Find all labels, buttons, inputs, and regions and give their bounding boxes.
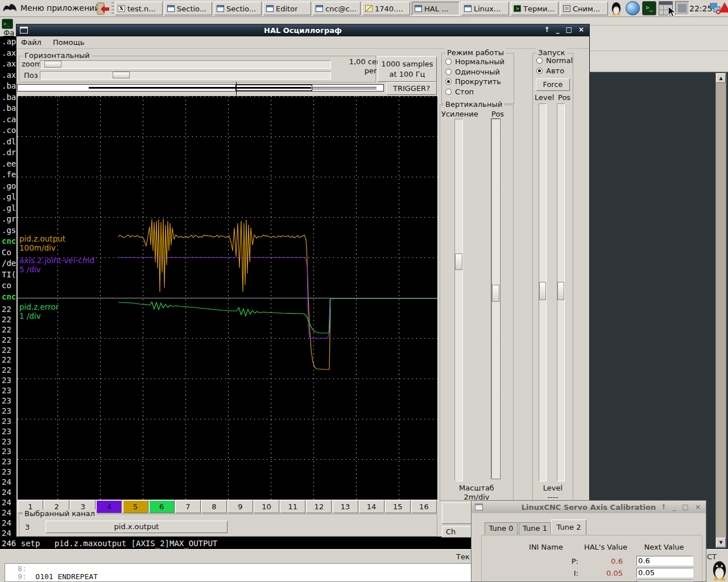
scope-display[interactable]: pid.z.output100m/divaxis.2.joint-vel-cmd… bbox=[18, 96, 437, 500]
trigger-button[interactable]: TRIGGER? bbox=[386, 82, 437, 95]
warning-icon[interactable] bbox=[719, 2, 728, 13]
selected-channel-source-button[interactable]: pid.x.output bbox=[46, 521, 228, 533]
menu-file[interactable]: Файл bbox=[16, 36, 46, 48]
radio-option[interactable]: Одиночный bbox=[445, 67, 500, 77]
panel-grip[interactable] bbox=[111, 2, 114, 15]
taskbar-window-button[interactable]: Sectio... bbox=[164, 2, 212, 15]
terminal-line-number: 24 bbox=[0, 498, 11, 508]
gain-slider-handle[interactable] bbox=[455, 253, 462, 270]
calibration-titlebar[interactable]: LinuxCNC Servo Axis Calibration ↑ _ □ × bbox=[471, 501, 706, 513]
vertical-group-label: Вертикальный bbox=[444, 100, 504, 109]
taskbar-window-button[interactable]: cnc@c... bbox=[313, 2, 361, 15]
taskbar-window-button[interactable]: test.n... bbox=[115, 2, 163, 15]
zoom-slider[interactable] bbox=[40, 60, 331, 69]
maximize-icon[interactable]: □ bbox=[682, 503, 689, 511]
window-icon bbox=[316, 5, 323, 12]
taskbar-window-button[interactable]: Linux... bbox=[461, 2, 509, 15]
horizontal-pos-slider[interactable] bbox=[40, 71, 331, 80]
channel-button-7[interactable]: 7 bbox=[175, 500, 201, 513]
radio-label: Стоп bbox=[455, 88, 474, 96]
taskbar-window-button[interactable]: HAL ... bbox=[412, 2, 460, 15]
force-button[interactable]: Force bbox=[536, 78, 570, 91]
taskbar-window-button[interactable]: Терми... bbox=[511, 2, 559, 15]
trigger-level-slider-handle[interactable] bbox=[539, 282, 546, 300]
channel-button-6[interactable]: 6 bbox=[149, 500, 175, 513]
scope-titlebar[interactable]: HAL Осциллограф ↑ _ □ × bbox=[16, 24, 589, 36]
window-icon bbox=[266, 5, 274, 12]
channel-button-4[interactable]: 4 bbox=[96, 500, 122, 513]
samples-button[interactable]: 1000 samples at 100 Гц bbox=[378, 56, 437, 82]
shade-icon[interactable]: ↑ bbox=[661, 503, 667, 511]
next-value-input[interactable] bbox=[636, 556, 693, 566]
run-group: Запуск NormalАвто Force Level Pos Level … bbox=[532, 53, 573, 501]
close-icon[interactable]: × bbox=[578, 26, 584, 34]
screen-tray-icon[interactable] bbox=[675, 1, 689, 15]
close-icon[interactable]: × bbox=[695, 503, 701, 511]
trigger-pos-slider[interactable] bbox=[557, 103, 565, 481]
channel-button-9[interactable]: 9 bbox=[228, 500, 253, 513]
trigger-position-marker[interactable] bbox=[236, 82, 237, 95]
vertical-pos-slider[interactable] bbox=[491, 119, 500, 479]
channel-button-14[interactable]: 14 bbox=[359, 500, 384, 513]
tux-desktop-icon[interactable] bbox=[712, 559, 727, 581]
channel-button-12[interactable]: 12 bbox=[306, 500, 332, 513]
radio-icon bbox=[536, 68, 543, 74]
next-value-input[interactable] bbox=[636, 568, 693, 577]
radio-option[interactable]: Normal bbox=[536, 56, 573, 65]
vertical-pos-slider-handle[interactable] bbox=[492, 285, 499, 302]
terminal-tray-icon[interactable]: >_ bbox=[642, 1, 656, 15]
terminal-line-number: 22 bbox=[0, 325, 11, 335]
menu-help[interactable]: Помощь bbox=[48, 36, 89, 48]
applications-menu[interactable]: Меню приложений bbox=[2, 1, 100, 15]
taskbar-window-button[interactable]: Sectio... bbox=[214, 2, 262, 15]
terminal-line-number: 23 bbox=[0, 386, 11, 396]
scroll-up-icon[interactable]: ▲ bbox=[716, 73, 726, 83]
horizontal-group-label: Горизонтальный bbox=[23, 51, 92, 60]
scroll-down-icon[interactable]: ▼ bbox=[716, 538, 726, 547]
radio-option[interactable]: Прокрутить bbox=[445, 77, 501, 86]
channel-button-15[interactable]: 15 bbox=[385, 500, 411, 513]
tab-tune-1[interactable]: Tune 1 bbox=[519, 522, 551, 535]
gain-slider[interactable] bbox=[454, 119, 463, 481]
trigger-position-bar[interactable] bbox=[17, 84, 384, 92]
channel-button-10[interactable]: 10 bbox=[254, 500, 279, 513]
trigger-pos-slider-handle[interactable] bbox=[557, 282, 564, 300]
editor-scrollbar[interactable]: ▲ ▼ bbox=[715, 73, 726, 548]
taskbar-window-button[interactable]: Сним... bbox=[560, 2, 608, 15]
view-window-box[interactable] bbox=[235, 85, 312, 91]
channel-button-8[interactable]: 8 bbox=[201, 500, 227, 513]
zoom-slider-handle[interactable] bbox=[44, 61, 61, 68]
radio-label: Normal bbox=[546, 56, 573, 65]
window-icon bbox=[217, 5, 224, 12]
logout-icon[interactable] bbox=[96, 2, 110, 15]
terminal-line-number: 24 bbox=[0, 518, 11, 529]
gcode-line-number: 8: bbox=[18, 564, 35, 573]
radio-option[interactable]: Нормальный bbox=[445, 57, 504, 66]
tab-tune-0[interactable]: Tune 0 bbox=[485, 522, 518, 535]
shade-icon[interactable]: ↑ bbox=[544, 26, 550, 34]
minimize-icon[interactable]: _ bbox=[673, 503, 676, 511]
radio-icon bbox=[445, 69, 452, 75]
taskbar-window-label: 1740.... bbox=[375, 5, 403, 13]
channel-button-13[interactable]: 13 bbox=[333, 500, 358, 513]
terminal-menu-file[interactable]: Фа bbox=[3, 28, 14, 37]
channel-button-5[interactable]: 5 bbox=[123, 500, 148, 513]
minimize-icon[interactable]: _ bbox=[556, 26, 560, 34]
trigger-level-slider[interactable] bbox=[539, 103, 547, 481]
horizontal-pos-slider-handle[interactable] bbox=[113, 72, 130, 78]
taskbar-window-button[interactable]: 1740.... bbox=[362, 2, 410, 15]
param-label: I: bbox=[553, 569, 578, 577]
tux-tray-icon[interactable] bbox=[609, 1, 623, 15]
next-value-input[interactable] bbox=[636, 580, 693, 582]
maximize-icon[interactable]: □ bbox=[566, 26, 572, 34]
radio-option[interactable]: Авто bbox=[536, 66, 564, 76]
channel-button-11[interactable]: 11 bbox=[280, 500, 305, 513]
taskbar-window-label: test.n... bbox=[127, 5, 156, 13]
globe-tray-icon[interactable] bbox=[626, 1, 640, 15]
taskbar-window-button[interactable]: Editor bbox=[263, 2, 311, 15]
x-window-icon bbox=[118, 5, 125, 12]
tab-tune-2[interactable]: Tune 2 bbox=[551, 519, 586, 535]
radio-option[interactable]: Стоп bbox=[445, 87, 474, 97]
channel-button-16[interactable]: 16 bbox=[411, 500, 437, 513]
applications-menu-label: Меню приложений bbox=[20, 3, 100, 13]
